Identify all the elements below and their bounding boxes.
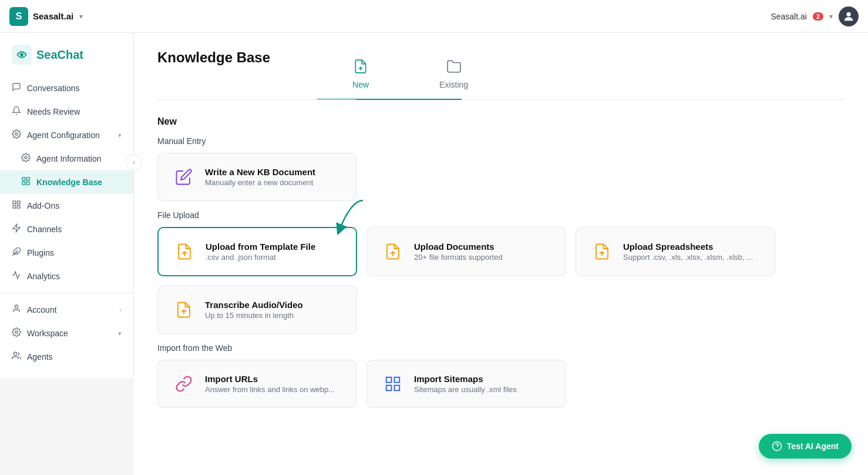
topbar-brand: Seasalt.ai [33, 11, 73, 21]
upload-documents-icon [381, 240, 405, 263]
content-header: Knowledge Base New [134, 33, 868, 100]
svg-rect-24 [386, 386, 392, 391]
transcribe-audio-title: Transcribe Audio/Video [205, 300, 303, 310]
sidebar-item-knowledge-base[interactable]: Knowledge Base [0, 170, 133, 194]
write-kb-text: Write a New KB Document Manually enter a… [205, 167, 315, 187]
arrow-annotation: Upload from Template File .csv and .json… [157, 227, 845, 276]
content-body: New Manual Entry Write a New KB Document… [134, 100, 868, 441]
svg-rect-6 [26, 178, 29, 180]
svg-point-0 [846, 12, 850, 16]
svg-rect-22 [395, 377, 400, 383]
upload-documents-text: Upload Documents 20+ file formats suppor… [414, 242, 503, 262]
chevron-down-icon: ▾ [118, 330, 122, 337]
sidebar-item-agent-configuration[interactable]: Agent Configuration ▾ [0, 123, 133, 147]
sidebar-item-label: Add-Ons [27, 201, 59, 210]
sidebar-item-label: Agent Information [36, 154, 102, 163]
chevron-right-icon: › [119, 306, 122, 313]
upload-spreadsheets-text: Upload Spreadsheets Support .csv, .xls, … [623, 242, 753, 262]
sidebar-item-label: Needs Review [27, 107, 80, 116]
tab-existing-icon [446, 59, 462, 78]
sidebar-item-needs-review[interactable]: Needs Review [0, 100, 133, 123]
topbar: S Seasalt.ai ▾ Seasalt.ai 2 ▾ [0, 0, 868, 33]
svg-rect-21 [386, 377, 392, 383]
test-ai-agent-button[interactable]: Test AI Agent [759, 434, 852, 459]
card-upload-template[interactable]: Upload from Template File .csv and .json… [157, 227, 357, 276]
manual-entry-cards: Write a New KB Document Manually enter a… [157, 153, 845, 201]
tabs: New Existing [317, 49, 845, 99]
sidebar: SeaChat Conversations Needs Review [0, 33, 134, 378]
import-sitemaps-icon [381, 372, 405, 396]
upload-template-text: Upload from Template File .csv and .json… [206, 242, 315, 262]
svg-point-2 [20, 53, 23, 56]
svg-rect-11 [17, 205, 20, 208]
sidebar-divider [0, 293, 133, 293]
workspace-icon [12, 327, 21, 339]
sidebar-logo-text: SeaChat [36, 48, 83, 62]
needs-review-icon [12, 106, 21, 118]
channels-icon [12, 223, 21, 235]
chevron-down-icon: ▾ [118, 132, 122, 139]
sidebar-logo: SeaChat [0, 42, 133, 76]
sidebar-item-channels[interactable]: Channels [0, 218, 133, 241]
topbar-workspace-chevron[interactable]: ▾ [829, 12, 833, 21]
topbar-left: S Seasalt.ai ▾ [9, 7, 83, 26]
web-import-cards: Import URLs Answer from links and links … [157, 360, 845, 408]
sidebar-item-label: Channels [27, 225, 62, 234]
svg-rect-9 [13, 201, 16, 204]
svg-point-3 [15, 133, 18, 135]
card-transcribe-audio[interactable]: Transcribe Audio/Video Up to 15 minutes … [157, 286, 357, 334]
topbar-workspace-label: Seasalt.ai [771, 12, 806, 21]
svg-rect-12 [13, 205, 16, 208]
sidebar-item-add-ons[interactable]: Add-Ons [0, 194, 133, 218]
test-ai-agent-label: Test AI Agent [787, 441, 839, 451]
sidebar-item-conversations[interactable]: Conversations [0, 76, 133, 100]
import-sitemaps-title: Import Sitemaps [414, 374, 517, 384]
transcribe-audio-text: Transcribe Audio/Video Up to 15 minutes … [205, 300, 303, 320]
svg-rect-10 [17, 201, 20, 204]
write-kb-desc: Manually enter a new document [205, 178, 315, 187]
card-import-urls[interactable]: Import URLs Answer from links and links … [157, 360, 357, 408]
sidebar-item-account[interactable]: Account › [0, 298, 133, 322]
topbar-avatar[interactable] [839, 6, 859, 26]
card-write-kb[interactable]: Write a New KB Document Manually enter a… [157, 153, 357, 201]
upload-spreadsheets-title: Upload Spreadsheets [623, 242, 753, 252]
transcribe-audio-desc: Up to 15 minutes in length [205, 311, 303, 320]
svg-rect-23 [395, 386, 400, 391]
add-ons-icon [12, 200, 21, 212]
topbar-notification-badge[interactable]: 2 [813, 12, 823, 21]
upload-spreadsheets-desc: Support .csv, .xls, .xlsx, .xlsm, .xlsb,… [623, 253, 753, 262]
svg-point-4 [25, 156, 27, 159]
sidebar-item-analytics[interactable]: Analytics [0, 265, 133, 288]
upload-template-desc: .csv and .json format [206, 253, 315, 262]
manual-entry-label: Manual Entry [157, 136, 845, 146]
topbar-right: Seasalt.ai 2 ▾ [771, 6, 859, 26]
transcribe-audio-icon [172, 298, 196, 322]
sidebar-item-workspace[interactable]: Workspace ▾ [0, 322, 133, 345]
agents-icon [12, 351, 21, 363]
sidebar-item-label: Analytics [27, 272, 60, 281]
svg-rect-7 [26, 182, 29, 185]
sidebar-item-agents[interactable]: Agents [0, 345, 133, 369]
sidebar-item-plugins[interactable]: Plugins [0, 241, 133, 265]
app-layout: SeaChat Conversations Needs Review [0, 33, 868, 475]
import-urls-icon [172, 372, 196, 396]
card-upload-documents[interactable]: Upload Documents 20+ file formats suppor… [366, 227, 566, 276]
plugins-icon [12, 247, 21, 259]
topbar-brand-chevron[interactable]: ▾ [79, 12, 83, 21]
tab-existing[interactable]: Existing [404, 49, 503, 100]
sidebar-item-agent-information[interactable]: Agent Information [0, 147, 133, 170]
tab-new-label: New [352, 80, 369, 89]
sidebar-item-label: Workspace [27, 329, 68, 338]
upload-template-title: Upload from Template File [206, 242, 315, 252]
card-import-sitemaps[interactable]: Import Sitemaps Sitemaps are usually .xm… [366, 360, 566, 408]
page-title: Knowledge Base [157, 49, 270, 66]
tab-new[interactable]: New [317, 49, 404, 100]
file-upload-cards: Upload from Template File .csv and .json… [157, 227, 845, 276]
topbar-logo: S [9, 7, 28, 26]
import-sitemaps-text: Import Sitemaps Sitemaps are usually .xm… [414, 374, 517, 394]
sidebar-wrapper: SeaChat Conversations Needs Review [0, 33, 134, 475]
card-upload-spreadsheets[interactable]: Upload Spreadsheets Support .csv, .xls, … [576, 227, 775, 276]
tab-new-icon [353, 59, 368, 78]
upload-documents-desc: 20+ file formats supported [414, 253, 503, 262]
sidebar-collapse-button[interactable]: ‹ [126, 154, 142, 170]
